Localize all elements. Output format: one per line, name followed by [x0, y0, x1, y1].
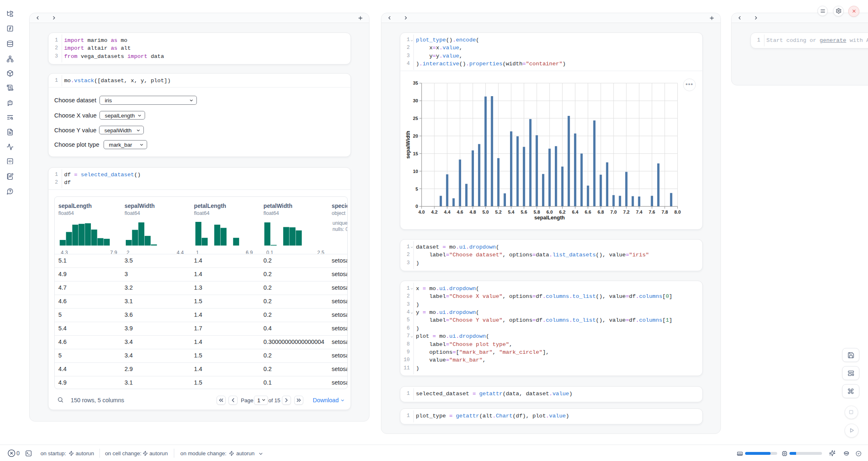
- svg-text:6.6: 6.6: [585, 210, 591, 214]
- svg-text:5.0: 5.0: [482, 210, 489, 214]
- svg-text:7.6: 7.6: [649, 210, 656, 214]
- svg-text:6.8: 6.8: [598, 210, 604, 214]
- svg-text:5: 5: [416, 187, 418, 191]
- svg-text:6.0: 6.0: [546, 210, 553, 214]
- svg-text:25: 25: [413, 116, 418, 121]
- svg-text:0: 0: [416, 204, 418, 209]
- svg-text:6.2: 6.2: [559, 210, 566, 214]
- svg-text:sepalWidth: sepalWidth: [405, 131, 411, 159]
- svg-text:4.0: 4.0: [418, 210, 425, 214]
- svg-text:35: 35: [413, 81, 418, 85]
- svg-text:6.4: 6.4: [572, 210, 579, 214]
- svg-text:15: 15: [413, 151, 418, 156]
- svg-text:sepalLength: sepalLength: [534, 215, 565, 221]
- svg-text:7.2: 7.2: [623, 210, 630, 214]
- svg-text:4.4: 4.4: [444, 210, 450, 214]
- svg-text:5.4: 5.4: [508, 210, 515, 214]
- svg-text:4.6: 4.6: [457, 210, 463, 214]
- svg-text:30: 30: [413, 98, 418, 103]
- svg-text:10: 10: [413, 169, 418, 174]
- svg-text:5.2: 5.2: [495, 210, 502, 214]
- svg-text:5.8: 5.8: [533, 210, 540, 214]
- svg-text:7.4: 7.4: [636, 210, 642, 214]
- svg-text:4.2: 4.2: [431, 210, 438, 214]
- svg-text:8.0: 8.0: [674, 210, 681, 214]
- svg-text:20: 20: [413, 134, 418, 138]
- svg-text:5.6: 5.6: [521, 210, 527, 214]
- svg-text:4.8: 4.8: [470, 210, 476, 214]
- svg-text:7.0: 7.0: [610, 210, 617, 214]
- svg-text:7.8: 7.8: [662, 210, 668, 214]
